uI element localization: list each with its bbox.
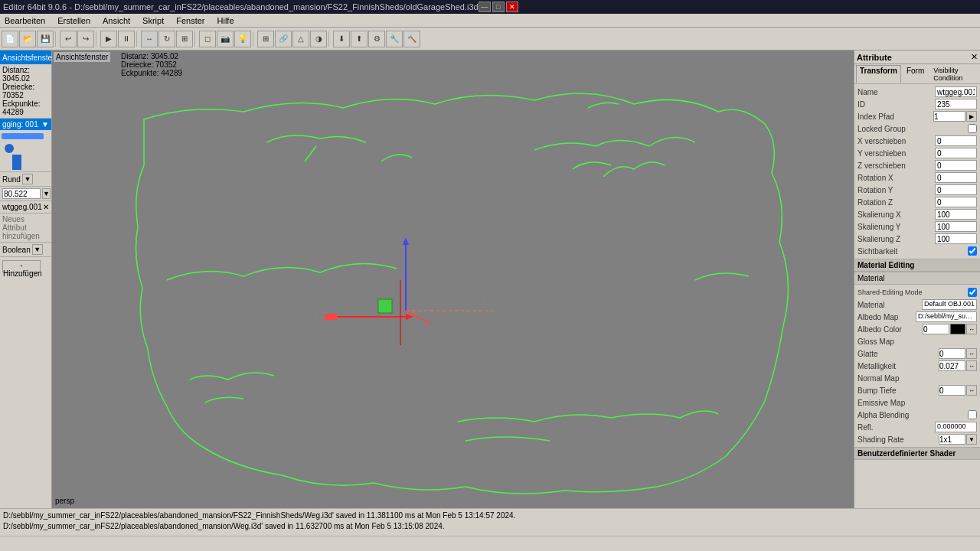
add-btn[interactable]: -Hinzufügen <box>2 260 41 272</box>
viewport[interactable]: Ansichtsfenster Distanz: 3045.02 Dreieck… <box>52 51 854 508</box>
albedo-map-value: D:/sebbl/my_summ <box>916 311 977 322</box>
shape-row: Rund ▼ <box>2 174 49 184</box>
type-label: Boolean <box>2 246 31 254</box>
tab-visibility-condition[interactable]: Visibility Condition <box>929 65 978 83</box>
glatte-input[interactable] <box>939 348 965 359</box>
left-panel-header: Ansichtsfenster ✕ <box>0 51 51 64</box>
titlebar-controls: — □ ✕ <box>479 2 518 12</box>
alpha-blending-checkbox[interactable] <box>968 410 977 419</box>
toolbar-play[interactable]: ▶ <box>100 31 117 47</box>
toolbar-light[interactable]: 💡 <box>234 31 251 47</box>
bump-tiefe-arrow[interactable]: ↔ <box>966 385 977 396</box>
toolbar-scale[interactable]: ⊞ <box>176 31 193 47</box>
index-pfad-row: Index Pfad ▶ <box>858 110 977 122</box>
id-label: ID <box>858 100 865 109</box>
toolbar-misc2[interactable]: 🔨 <box>403 31 420 47</box>
metalligkeit-arrow[interactable]: ↔ <box>966 360 977 371</box>
skalierung-x-row: Skalierung X <box>858 208 977 220</box>
menu-skript[interactable]: Skript <box>139 16 167 25</box>
toolbar-wireframe[interactable]: △ <box>292 31 309 47</box>
zoom-input[interactable] <box>2 188 41 199</box>
id-input[interactable] <box>935 99 977 109</box>
z-verschieben-input[interactable] <box>935 160 977 171</box>
rotation-y-input[interactable] <box>935 184 977 195</box>
toolbar-camera[interactable]: 📷 <box>217 31 234 47</box>
shading-rate-input[interactable] <box>939 434 965 445</box>
right-panel-close[interactable]: ✕ <box>971 52 978 62</box>
left-tab-label[interactable]: gging: 001 <box>2 120 38 129</box>
close-window-button[interactable]: ✕ <box>506 2 518 12</box>
toolbar-redo[interactable]: ↪ <box>77 31 94 47</box>
type-row: Boolean ▼ <box>2 244 49 255</box>
maximize-button[interactable]: □ <box>492 2 505 12</box>
tab-transform[interactable]: Transform <box>856 65 901 83</box>
bump-tiefe-with-btn: ↔ <box>939 385 977 396</box>
albedo-color-with-btn: ↔ <box>923 324 977 334</box>
albedo-color-row: Albedo Color ↔ <box>858 323 977 335</box>
y-verschieben-input[interactable] <box>935 148 977 158</box>
toolbar-grid[interactable]: ⊞ <box>257 31 274 47</box>
metalligkeit-with-btn: ↔ <box>939 360 977 371</box>
sichtbarkeit-checkbox[interactable] <box>968 246 977 256</box>
toolbar-settings[interactable]: ⚙ <box>368 31 385 47</box>
custom-shader-title: Benutzerdefinierter Shader <box>854 447 980 460</box>
rotation-x-input[interactable] <box>935 172 977 183</box>
toolbar-new[interactable]: 📄 <box>2 31 18 47</box>
toolbar-sep1 <box>55 31 58 47</box>
toolbar-export[interactable]: ⬆ <box>351 31 368 47</box>
normal-map-label: Normal Map <box>858 374 899 383</box>
x-verschieben-input[interactable] <box>935 135 977 146</box>
minimize-button[interactable]: — <box>479 2 491 12</box>
bump-tiefe-row: Bump Tiefe ↔ <box>858 384 977 396</box>
bump-tiefe-input[interactable] <box>939 385 965 396</box>
shared-editing-checkbox[interactable] <box>968 288 977 297</box>
menu-bearbeiten[interactable]: Bearbeiten <box>2 16 48 25</box>
name-input[interactable] <box>935 86 977 97</box>
shading-rate-arrow[interactable]: ▼ <box>966 434 977 445</box>
toolbar-import[interactable]: ⬇ <box>333 31 350 47</box>
menu-fenster[interactable]: Fenster <box>173 16 207 25</box>
menubar: Bearbeiten Erstellen Ansicht Skript Fens… <box>0 14 980 28</box>
toolbar-pause[interactable]: ⏸ <box>118 31 135 47</box>
left-tab-dropdown[interactable]: ▼ <box>41 120 49 129</box>
toolbar-save[interactable]: 💾 <box>37 31 54 47</box>
item-close[interactable]: ✕ <box>43 203 49 211</box>
tab-form[interactable]: Form <box>903 65 928 83</box>
type-dropdown-btn[interactable]: ▼ <box>32 244 43 255</box>
left-color-indicator <box>5 144 14 153</box>
toolbar-snap[interactable]: 🔗 <box>275 31 292 47</box>
toolbar-shaded[interactable]: ◑ <box>310 31 327 47</box>
albedo-color-arrow[interactable]: ↔ <box>966 324 977 334</box>
index-pfad-input[interactable] <box>933 111 965 122</box>
skalierung-y-input[interactable] <box>935 221 977 232</box>
index-pfad-arrow[interactable]: ▶ <box>966 111 977 122</box>
glatte-arrow[interactable]: ↔ <box>966 348 977 359</box>
transform-section: Name ID Index Pfad ▶ Locked Group <box>854 84 980 259</box>
menu-hilfe[interactable]: Hilfe <box>214 16 237 25</box>
toolbar-open[interactable]: 📂 <box>19 31 36 47</box>
vp-distance: Distanz: 3045.02 <box>121 52 182 60</box>
z-verschieben-row: Z verschieben <box>858 159 977 171</box>
toolbar-undo[interactable]: ↩ <box>60 31 77 47</box>
albedo-color-swatch[interactable] <box>950 324 965 334</box>
toolbar-translate[interactable]: ↔ <box>141 31 158 47</box>
skalierung-x-input[interactable] <box>935 209 977 220</box>
bump-tiefe-label: Bump Tiefe <box>858 386 897 395</box>
locked-group-checkbox[interactable] <box>968 124 977 133</box>
viewport-info: Distanz: 3045.02 Dreiecke: 70352 Eckpunk… <box>121 52 182 77</box>
viewport-svg <box>52 51 854 508</box>
toolbar-misc1[interactable]: 🔧 <box>386 31 403 47</box>
material-row: Material Default OBJ.001 <box>858 298 977 311</box>
rotation-z-input[interactable] <box>935 197 977 207</box>
menu-erstellen[interactable]: Erstellen <box>54 16 93 25</box>
toolbar-rotate[interactable]: ↻ <box>158 31 175 47</box>
metalligkeit-input[interactable] <box>939 360 965 371</box>
toolbar-select[interactable]: ◻ <box>199 31 216 47</box>
skalierung-z-input[interactable] <box>935 233 977 244</box>
shape-dropdown-btn[interactable]: ▼ <box>22 174 33 184</box>
emissive-map-row: Emissive Map <box>858 396 977 409</box>
zoom-dropdown-btn[interactable]: ▼ <box>42 188 51 199</box>
vp-vertices: Eckpunkte: 44289 <box>121 69 182 77</box>
menu-ansicht[interactable]: Ansicht <box>100 16 133 25</box>
albedo-color-input[interactable] <box>923 324 949 334</box>
